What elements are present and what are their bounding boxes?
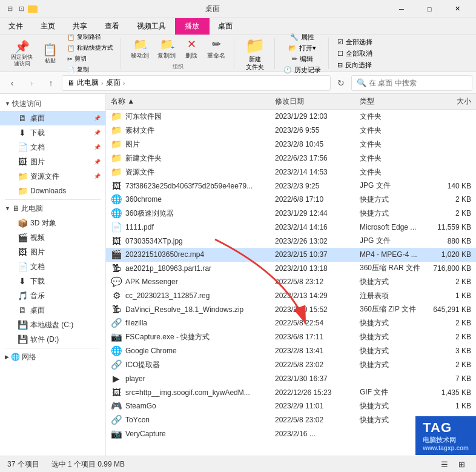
forward-button[interactable]: › xyxy=(23,75,40,91)
table-row[interactable]: 🎮SteamGo2023/2/9 11:01快捷方式1 KB xyxy=(106,399,476,413)
video-icon: 🎬 xyxy=(17,233,28,242)
table-row[interactable]: 🌐360极速浏览器2023/1/29 12:44快捷方式2 KB xyxy=(106,207,476,221)
sidebar-item-downloads2[interactable]: 📁 Downloads xyxy=(0,184,105,198)
move-to-button[interactable]: 📁→ 移动到 xyxy=(127,36,153,62)
table-row[interactable]: 🗜DaVinci_Resolve_18.1_Windows.zip2023/2/… xyxy=(106,303,476,316)
properties-button[interactable]: 🔧 属性 xyxy=(288,32,317,42)
title-bar-icon-sm2: ⊡ xyxy=(16,4,26,14)
copy-to-button[interactable]: 📁+ 复制到 xyxy=(154,36,179,62)
file-name: VeryCapture xyxy=(125,430,166,438)
sidebar-item-desktop2[interactable]: 🖥 桌面 xyxy=(0,303,105,317)
up-button[interactable]: ↑ xyxy=(42,75,59,91)
back-button[interactable]: ‹ xyxy=(4,75,21,91)
sidebar-item-pictures[interactable]: 🖼 图片 📌 xyxy=(0,155,105,169)
sidebar-item-localdisk[interactable]: 💾 本地磁盘 (C:) xyxy=(0,317,105,332)
tab-home[interactable]: 主页 xyxy=(32,18,64,35)
sidebar-item-downloads3[interactable]: ⬇ 下载 xyxy=(0,274,105,288)
edit-button[interactable]: ✏ 编辑 xyxy=(289,54,316,64)
search-box[interactable]: 🔍 xyxy=(351,75,472,91)
cut-button[interactable]: ✂ 剪切 xyxy=(65,54,116,64)
details-view-button[interactable]: ☰ xyxy=(437,457,452,472)
title-bar-controls[interactable]: ─ □ ✕ xyxy=(388,0,471,18)
col-name[interactable]: 名称 ▲ xyxy=(106,94,270,110)
open-button[interactable]: 📂 打开▾ xyxy=(286,43,319,53)
file-name: 资源文件 xyxy=(125,167,154,178)
sidebar-item-documents[interactable]: 📄 文档 📌 xyxy=(0,140,105,155)
col-date[interactable]: 修改日期 xyxy=(270,94,355,110)
table-row[interactable]: 💬APK Messenger2022/5/8 23:12快捷方式2 KB xyxy=(106,275,476,289)
paste-button[interactable]: 📋 粘贴 xyxy=(39,41,61,66)
pin-to-quick-button[interactable]: 📌 固定到快速访问 xyxy=(7,38,36,69)
file-date: 2022/5/8 23:02 xyxy=(270,413,355,427)
table-row[interactable]: ▶player2023/1/30 16:377 KB xyxy=(106,372,476,386)
table-row[interactable]: 🌐Google Chrome2023/2/8 13:41快捷方式3 KB xyxy=(106,344,476,358)
new-folder-icon: 📁 xyxy=(245,36,265,55)
network-header[interactable]: ▶ 🌐 网络 xyxy=(0,350,105,364)
new-folder-button[interactable]: 📁 新建文件夹 xyxy=(240,34,269,73)
tab-desktop[interactable]: 桌面 xyxy=(210,18,242,35)
sidebar-item-softdisk[interactable]: 💾 软件 (D:) xyxy=(0,332,105,347)
sidebar-item-desktop[interactable]: 🖥 桌面 📌 xyxy=(0,111,105,125)
sidebar-item-music[interactable]: 🎵 音乐 xyxy=(0,288,105,303)
table-row[interactable]: 🔗ICO提取器2022/5/8 23:02快捷方式2 KB xyxy=(106,358,476,372)
table-row[interactable]: 🔗filezilla2022/5/8 22:54快捷方式2 KB xyxy=(106,316,476,330)
table-row[interactable]: 📄1111.pdf2023/2/14 14:16Microsoft Edge .… xyxy=(106,221,476,234)
close-button[interactable]: ✕ xyxy=(443,0,471,18)
this-pc-header[interactable]: ▼ 🖥 此电脑 xyxy=(0,201,105,216)
file-pane[interactable]: 名称 ▲ 修改日期 类型 大小 📁河东软件园2023/1/29 12:03文件夹… xyxy=(106,94,476,456)
this-pc-icon: 🖥 xyxy=(12,204,19,213)
sidebar-item-documents2[interactable]: 📄 文档 xyxy=(0,259,105,274)
paste-shortcut-button[interactable]: 📋 粘贴快捷方式 xyxy=(65,43,116,53)
minimize-button[interactable]: ─ xyxy=(388,0,415,18)
pin-icon-pictures: 📌 xyxy=(94,159,101,165)
table-row[interactable]: 📁河东软件园2023/1/29 12:03文件夹 xyxy=(106,110,476,124)
ribbon: 文件 主页 共享 查看 视频工具 播放 桌面 📌 固定到快速访问 📋 粘贴 📋 xyxy=(0,18,476,72)
file-size xyxy=(428,151,476,165)
file-name-cell: 📷FSCapture.exe - 快捷方式 xyxy=(106,330,270,344)
sidebar-item-pictures2[interactable]: 🖼 图片 xyxy=(0,245,105,259)
table-row[interactable]: 📁素材文件2023/2/6 9:55文件夹 xyxy=(106,124,476,138)
clipboard-sub-group: 📋 复制路径 📋 粘贴快捷方式 ✂ 剪切 📄 复制 xyxy=(64,38,117,69)
table-row[interactable]: 🎬2023215103650rec.mp42023/2/15 10:37MP4 … xyxy=(106,248,476,262)
table-row[interactable]: ⚙cc_20230213_112857.reg2023/2/13 14:29注册… xyxy=(106,289,476,303)
sidebar-item-downloads[interactable]: ⬇ 下载 📌 xyxy=(0,125,105,140)
delete-button[interactable]: ✕ 删除 xyxy=(180,36,202,62)
pictures2-icon: 🖼 xyxy=(17,247,28,257)
file-date: 2022/5/8 23:12 xyxy=(270,275,355,289)
search-input[interactable] xyxy=(369,79,467,87)
select-all-button[interactable]: ☑ 全部选择 xyxy=(335,37,375,47)
table-row[interactable]: 🌐360chrome2022/6/8 17:10快捷方式2 KB xyxy=(106,193,476,207)
address-path[interactable]: 🖥 此电脑 › 桌面 › xyxy=(62,75,331,91)
history-button[interactable]: 🕐 历史记录 xyxy=(281,65,323,75)
table-row[interactable]: 🖼07303534XTp.jpg2023/2/26 13:02JPG 文件880… xyxy=(106,234,476,248)
table-row[interactable]: 📁资源文件2023/2/14 14:53文件夹 xyxy=(106,165,476,179)
col-type[interactable]: 类型 xyxy=(355,94,428,110)
table-row[interactable]: 📁图片2023/2/8 10:45文件夹 xyxy=(106,138,476,151)
table-row[interactable]: 🖼src=http__img.soogif.com_kywAedM...2022… xyxy=(106,386,476,399)
tab-play[interactable]: 播放 xyxy=(175,18,210,35)
file-date: 2022/6/23 17:56 xyxy=(270,151,355,165)
tiles-view-button[interactable]: ⊞ xyxy=(454,457,469,472)
sidebar-item-resources[interactable]: 📁 资源文件 📌 xyxy=(0,169,105,184)
file-name: DaVinci_Resolve_18.1_Windows.zip xyxy=(125,305,243,314)
col-size[interactable]: 大小 xyxy=(428,94,476,110)
quick-access-header[interactable]: ▼ 快速访问 xyxy=(0,96,105,111)
resources-icon: 📁 xyxy=(17,171,28,181)
invert-selection-button[interactable]: ⊟ 反向选择 xyxy=(335,60,375,70)
sidebar-item-3d[interactable]: 📦 3D 对象 xyxy=(0,216,105,230)
sidebar-documents2-label: 文档 xyxy=(30,262,101,272)
maximize-button[interactable]: □ xyxy=(415,0,443,18)
table-row[interactable]: 🗜ae2021p_180963.part1.rar2023/2/10 13:18… xyxy=(106,262,476,275)
refresh-button[interactable]: ↻ xyxy=(333,75,349,91)
table-row[interactable]: 📁新建文件夹2022/6/23 17:56文件夹 xyxy=(106,151,476,165)
file-date: 2023/2/9 11:01 xyxy=(270,399,355,413)
table-row[interactable]: 📷FSCapture.exe - 快捷方式2023/6/8 17:11快捷方式2… xyxy=(106,330,476,344)
rename-button[interactable]: ✏ 重命名 xyxy=(203,36,229,62)
copy-path-button[interactable]: 📋 复制路径 xyxy=(65,32,116,42)
copy-button[interactable]: 📄 复制 xyxy=(65,65,116,75)
tab-file[interactable]: 文件 xyxy=(0,18,32,35)
select-none-button[interactable]: ☐ 全部取消 xyxy=(335,48,375,59)
table-row[interactable]: 🖼73f38623e25db4063f75d2b59e4ee79...2023/… xyxy=(106,179,476,193)
sidebar-item-video[interactable]: 🎬 视频 xyxy=(0,230,105,245)
tab-videotools[interactable]: 视频工具 xyxy=(128,18,175,35)
